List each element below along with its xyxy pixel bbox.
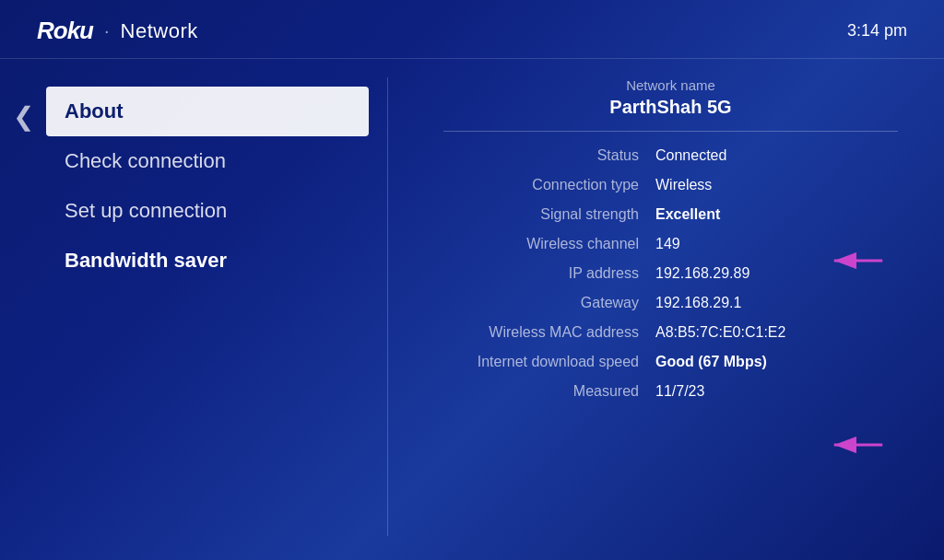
network-name-value: ParthShah 5G [443,97,898,118]
measured-label: Measured [443,383,655,400]
ip-address-value: 192.168.29.89 [655,265,749,282]
table-row: Measured 11/7/23 [443,377,898,406]
network-details-panel: Network name ParthShah 5G Status Connect… [388,59,944,554]
sidebar-item-check-connection[interactable]: Check connection [46,136,369,186]
sidebar-item-bandwidth-saver[interactable]: Bandwidth saver [46,236,369,286]
network-name-section: Network name ParthShah 5G [443,77,898,132]
mac-address-value: A8:B5:7C:E0:C1:E2 [655,324,785,341]
table-row: Status Connected [443,141,898,170]
network-name-label: Network name [443,77,898,93]
table-row: Internet download speed Good (67 Mbps) [443,347,898,377]
arrow-annotation-2 [826,422,891,472]
connection-type-label: Connection type [443,177,655,193]
signal-strength-label: Signal strength [443,206,655,223]
download-speed-value: Good (67 Mbps) [655,354,767,370]
table-row: Signal strength Excellent [443,200,898,229]
status-label: Status [443,147,655,164]
signal-strength-value: Excellent [655,206,720,223]
download-speed-label: Internet download speed [443,354,655,370]
wireless-channel-value: 149 [655,236,680,252]
sidebar-item-setup-connection[interactable]: Set up connection [46,186,369,236]
clock: 3:14 pm [847,21,907,41]
mac-address-label: Wireless MAC address [443,324,655,341]
status-value: Connected [655,147,726,164]
main-content: ❮ About Check connection Set up connecti… [0,59,944,554]
roku-logo: Roku [37,17,93,45]
page-title: Network [121,19,198,43]
measured-value: 11/7/23 [655,383,704,400]
wireless-channel-label: Wireless channel [443,236,655,252]
roku-text: Roku [37,17,93,44]
gateway-value: 192.168.29.1 [655,295,741,311]
table-row: Connection type Wireless [443,170,898,200]
table-row: Gateway 192.168.29.1 [443,288,898,318]
arrow-annotation-1 [826,238,891,287]
header-left: Roku · Network [37,17,198,45]
header: Roku · Network 3:14 pm [0,0,944,59]
sidebar-item-about[interactable]: About [46,87,369,136]
sidebar: ❮ About Check connection Set up connecti… [0,59,387,554]
connection-type-value: Wireless [655,177,712,193]
back-button[interactable]: ❮ [13,101,34,132]
gateway-label: Gateway [443,295,655,311]
header-dot: · [104,20,110,41]
table-row: Wireless MAC address A8:B5:7C:E0:C1:E2 [443,318,898,347]
ip-address-label: IP address [443,265,655,282]
